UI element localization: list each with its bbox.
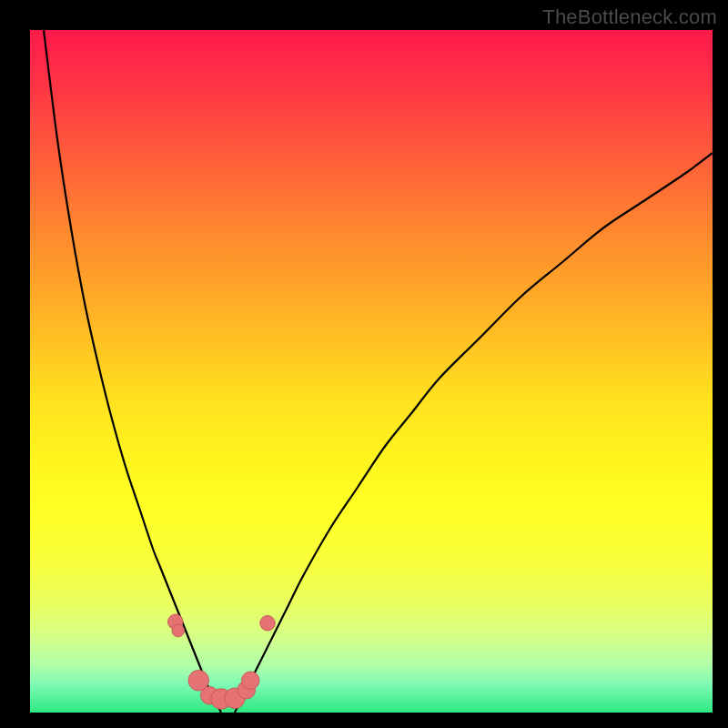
left-curve [44, 30, 221, 713]
chart-frame: TheBottleneck.com [0, 0, 728, 728]
chart-svg [30, 30, 713, 713]
data-marker [260, 616, 276, 632]
watermark-text: TheBottleneck.com [542, 5, 717, 29]
plot-area [30, 30, 713, 713]
marker-group [168, 614, 276, 709]
data-marker [242, 672, 260, 690]
data-marker [172, 624, 185, 637]
right-curve [235, 153, 713, 713]
